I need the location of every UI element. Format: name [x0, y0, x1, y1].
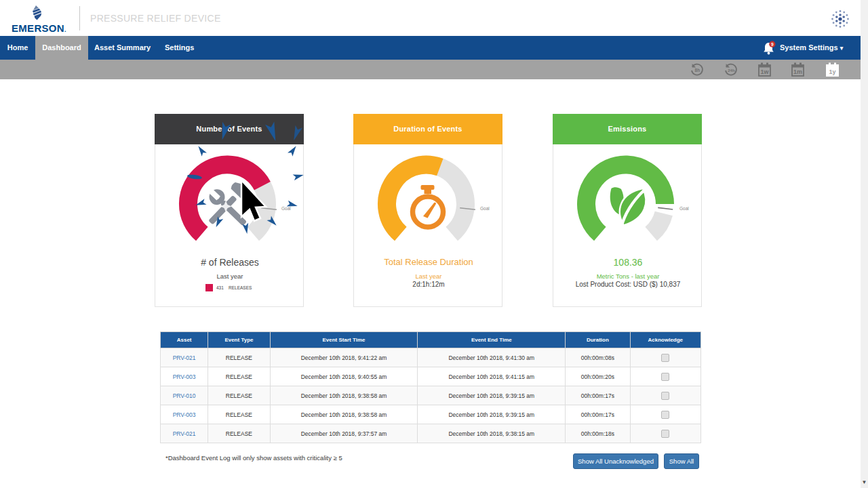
svg-text:Goal: Goal — [480, 206, 490, 211]
svg-text:Goal: Goal — [679, 206, 689, 211]
svg-text:9: 9 — [771, 42, 774, 47]
svg-text:8h: 8h — [695, 68, 701, 73]
svg-text:1w: 1w — [760, 68, 769, 75]
svg-text:1m: 1m — [793, 68, 802, 75]
svg-text:1y: 1y — [829, 68, 835, 75]
svg-text:24h: 24h — [728, 68, 735, 73]
